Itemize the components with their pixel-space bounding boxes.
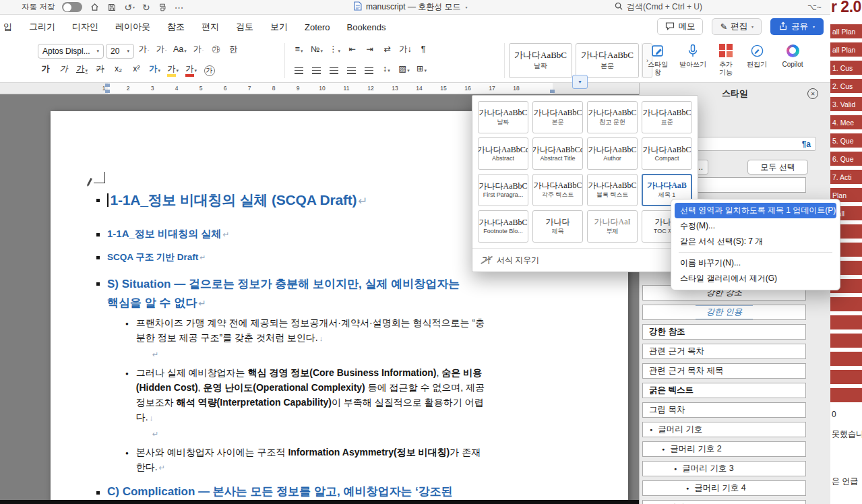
select-all-button[interactable]: 모두 선택 <box>747 160 808 175</box>
superscript-button[interactable]: x² <box>129 63 144 78</box>
shrink-font-button[interactable]: 가ˇ <box>154 44 169 59</box>
ribbon-tab-8[interactable]: 보기 <box>270 21 288 33</box>
styles-pane-item[interactable]: 관련 근거 목차 제목 <box>642 363 806 379</box>
horizontal-ruler[interactable]: 123456789101112131415161718 <box>0 83 639 94</box>
hanging-indent-marker[interactable] <box>105 90 110 93</box>
style-card[interactable]: 가나다AaBbC참고 문헌 <box>587 101 638 133</box>
styles-pane-item[interactable]: 그림 목차 <box>642 402 806 418</box>
styles-pane-item[interactable]: 굵은 텍스트 <box>642 383 806 398</box>
print-button[interactable] <box>158 2 167 13</box>
style-card[interactable]: 가나다AaI부제 <box>587 210 638 243</box>
line-spacing-button[interactable]: ↕▾ <box>379 63 394 78</box>
font-color-button[interactable]: 가▾ <box>183 63 199 78</box>
italic-button[interactable]: 가 <box>56 63 71 78</box>
gallery-expand-button[interactable]: ▾ <box>572 75 588 89</box>
search-field[interactable]: 검색(Cmd + Ctrl + U) <box>615 1 702 13</box>
input-source-icon[interactable]: ⌥~ <box>807 3 822 12</box>
ribbon-tab-1[interactable]: 입 <box>3 21 12 33</box>
grow-font-button[interactable]: 가ˆ <box>136 44 152 59</box>
styles-pane-item[interactable]: ●글머리 기호 4 <box>642 480 806 496</box>
undo-button[interactable]: ↺▾ <box>124 2 135 13</box>
styles-pane-item[interactable]: 강한 참조 <box>642 324 806 340</box>
font-name-combo[interactable]: Aptos Displ...▾ <box>38 44 104 59</box>
comments-button[interactable]: 메모 <box>657 18 703 35</box>
styles-pane-button[interactable]: 스타일 창 <box>646 42 670 76</box>
style-card[interactable]: 가나다AaBbC본문 <box>532 101 583 133</box>
dictate-button[interactable]: 받아쓰기 <box>677 42 708 69</box>
ribbon-tab-4[interactable]: 레이아웃 <box>115 21 150 33</box>
more-commands-button[interactable]: ⋯ <box>175 2 184 13</box>
chevron-down-icon[interactable]: ▾ <box>466 5 468 9</box>
styles-pane-item[interactable]: ●글머리 기호 <box>642 422 806 437</box>
context-menu-item[interactable]: 선택 영역과 일치하도록 제목 1 업데이트(P) <box>675 203 836 218</box>
align-left-button[interactable] <box>291 63 307 78</box>
decrease-indent-button[interactable]: ⇤ <box>344 44 360 59</box>
ribbon-tab-7[interactable]: 검토 <box>236 21 253 33</box>
enclose-characters-button[interactable]: ㉮ <box>208 44 224 59</box>
context-menu-item[interactable]: 같은 서식 선택(S): 7 개 <box>675 234 836 249</box>
context-menu-item[interactable]: 이름 바꾸기(N)... <box>675 255 836 271</box>
numbered-list-button[interactable]: №▾ <box>309 44 325 59</box>
text-direction-button[interactable]: ⇄ <box>379 44 395 59</box>
hanja-convert-button[interactable]: 한 <box>226 44 241 59</box>
pilcrow-toggle[interactable]: ¶a <box>802 139 811 149</box>
strikethrough-button[interactable]: 가 <box>92 63 108 78</box>
style-card[interactable]: 가나다AaBbCcAbstract Title <box>532 137 583 170</box>
bold-button[interactable]: 가 <box>38 63 53 78</box>
copilot-button[interactable]: Copilot <box>778 42 807 69</box>
style-card[interactable]: 가나다AaBbCFootnote Blo... <box>478 210 528 243</box>
styles-pane-item[interactable]: ●글머리 기호 3 <box>642 461 806 476</box>
share-button[interactable]: 공유 ▾ <box>770 18 824 35</box>
sort-button[interactable]: 가↓ <box>397 44 414 59</box>
justify-button[interactable] <box>344 63 359 78</box>
ribbon-tab-10[interactable]: Bookends <box>347 22 386 32</box>
font-size-combo[interactable]: 20▾ <box>106 44 134 59</box>
distribute-text-button[interactable] <box>361 63 377 78</box>
style-card[interactable]: 가나다AaBbC표준 <box>642 101 692 133</box>
bullet-list-button[interactable]: ≡▾ <box>291 44 307 59</box>
show-formatting-marks-button[interactable]: ¶ <box>416 44 431 59</box>
style-card[interactable]: 가나다AaBbC날짜 <box>478 101 528 133</box>
style-card[interactable]: 가나다AaBbCAuthor <box>587 137 638 170</box>
multilevel-list-button[interactable]: ⋮▾ <box>327 44 342 59</box>
autosave-toggle[interactable] <box>62 2 82 12</box>
ribbon-tab-2[interactable]: 그리기 <box>29 21 55 33</box>
ribbon-tab-9[interactable]: Zotero <box>305 22 330 32</box>
subscript-button[interactable]: x₂ <box>111 63 126 78</box>
clear-formatting-item[interactable]: 가 서식 지우기 <box>472 248 698 272</box>
shading-button[interactable]: ▨▾ <box>396 63 412 78</box>
borders-button[interactable]: ⊞▾ <box>414 63 429 78</box>
context-menu-item[interactable]: 수정(M)... <box>675 218 836 234</box>
close-icon[interactable]: ✕ <box>807 88 818 99</box>
increase-indent-button[interactable]: ⇥ <box>362 44 377 59</box>
add-ins-button[interactable]: 추가 기능 <box>716 42 736 76</box>
redo-button[interactable]: ↻ <box>142 2 150 13</box>
style-card[interactable]: 가나다AaBbCcAbstract <box>478 137 528 170</box>
style-card[interactable]: 가나다AaBbCCompact <box>642 137 692 170</box>
editor-button[interactable]: 편집기 <box>743 42 770 69</box>
styles-pane-item[interactable]: 관련 근거 목차 <box>642 344 806 359</box>
align-right-button[interactable] <box>326 63 342 78</box>
styles-pane-item[interactable]: 강한 인용 <box>642 305 806 320</box>
phonetic-guide-button[interactable]: 가¨ <box>191 44 206 59</box>
style-card[interactable]: 가나다AaBbC날짜 <box>509 43 572 78</box>
underline-button[interactable]: 가▾ <box>74 63 90 78</box>
align-center-button[interactable] <box>309 63 324 78</box>
style-card[interactable]: 가나다AaBbC각주 텍스트 <box>532 174 583 206</box>
style-card[interactable]: 가나다AaBbCFirst Paragra... <box>478 174 528 206</box>
enclosed-character-button[interactable]: 가 <box>202 63 217 78</box>
home-icon[interactable] <box>90 2 100 13</box>
styles-pane-item[interactable]: ●글머리 기호 2 <box>642 441 806 457</box>
editing-mode-button[interactable]: ✎ 편집 ▾ <box>712 18 762 35</box>
context-menu-item[interactable]: 스타일 갤러리에서 제거(G) <box>675 271 836 286</box>
style-card[interactable]: 가나다AaBbC본문 <box>576 43 639 78</box>
highlight-color-button[interactable]: 가▾ <box>165 63 181 78</box>
style-card[interactable]: 가나다제목 <box>532 210 583 243</box>
save-icon[interactable] <box>107 2 117 13</box>
style-card[interactable]: 가나다AaBbC블록 텍스트 <box>587 174 638 206</box>
ribbon-tab-3[interactable]: 디자인 <box>72 21 98 33</box>
styles-pane-item[interactable]: 목록 단락 <box>642 500 806 504</box>
right-indent-marker[interactable] <box>550 90 555 93</box>
ribbon-tab-6[interactable]: 편지 <box>202 21 219 33</box>
first-line-indent-marker[interactable] <box>105 84 110 87</box>
